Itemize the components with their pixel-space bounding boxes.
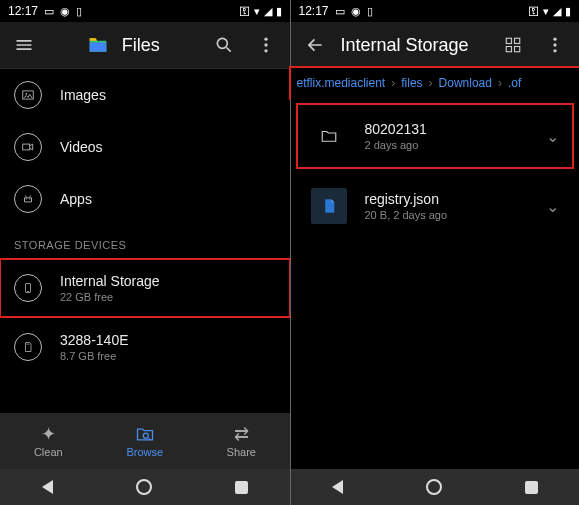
crumb[interactable]: etflix.mediaclient <box>297 76 386 90</box>
svg-point-8 <box>26 198 27 199</box>
status-time: 12:17 <box>299 4 329 18</box>
nav-label: Share <box>227 446 256 458</box>
svg-point-3 <box>264 43 267 46</box>
signal-icon: ◢ <box>553 5 561 18</box>
notif-icon: ▯ <box>76 5 82 18</box>
entry-title: 80202131 <box>365 121 529 137</box>
crumb[interactable]: Download <box>439 76 492 90</box>
crumb[interactable]: files <box>401 76 422 90</box>
svg-rect-17 <box>506 38 511 43</box>
wifi-icon: ▾ <box>543 5 549 18</box>
nav-share[interactable]: ⇄ Share <box>193 413 290 469</box>
svg-point-2 <box>264 38 267 41</box>
android-icon <box>14 185 42 213</box>
overflow-icon[interactable] <box>250 29 282 61</box>
system-nav-bar <box>291 469 580 505</box>
storage-sub: 8.7 GB free <box>60 350 276 362</box>
svg-point-21 <box>553 38 556 41</box>
phone-icon <box>14 274 42 302</box>
recents-icon[interactable] <box>525 481 538 494</box>
svg-rect-19 <box>506 47 511 52</box>
svg-point-6 <box>25 93 27 95</box>
recents-icon[interactable] <box>235 481 248 494</box>
svg-point-0 <box>217 38 227 48</box>
svg-point-23 <box>553 49 556 52</box>
notif-icon: ▯ <box>367 5 373 18</box>
chevron-right-icon: › <box>429 76 433 90</box>
sparkle-icon: ✦ <box>41 424 56 444</box>
back-icon[interactable] <box>42 480 53 494</box>
vpn-icon: ⚿ <box>528 5 539 17</box>
category-label: Videos <box>60 139 103 155</box>
storage-title: Internal Storage <box>60 273 276 289</box>
status-bar: 12:17 ▭ ◉ ▯ ⚿ ▾ ◢ ▮ <box>291 0 580 22</box>
app-bar: Files <box>0 22 290 68</box>
storage-title: 3288-140E <box>60 332 276 348</box>
folder-search-icon <box>134 424 156 444</box>
storage-sub: 22 GB free <box>60 291 276 303</box>
app-title: Internal Storage <box>341 35 469 56</box>
category-videos[interactable]: Videos <box>0 121 290 173</box>
category-images[interactable]: Images <box>0 69 290 121</box>
nav-clean[interactable]: ✦ Clean <box>0 413 97 469</box>
chevron-down-icon[interactable]: ⌄ <box>546 127 559 146</box>
system-nav-bar <box>0 469 290 505</box>
back-arrow-icon[interactable] <box>299 29 331 61</box>
notif-icon: ◉ <box>351 5 361 18</box>
vpn-icon: ⚿ <box>239 5 250 17</box>
category-apps[interactable]: Apps <box>0 173 290 225</box>
storage-internal[interactable]: Internal Storage 22 GB free <box>0 259 290 317</box>
screen-files-home: 12:17 ▭ ◉ ▯ ⚿ ▾ ◢ ▮ Files <box>0 0 290 505</box>
svg-point-15 <box>143 433 148 438</box>
category-label: Apps <box>60 191 92 207</box>
home-icon[interactable] <box>426 479 442 495</box>
back-icon[interactable] <box>332 480 343 494</box>
signal-icon: ◢ <box>264 5 272 18</box>
entry-title: registry.json <box>365 191 529 207</box>
overflow-icon[interactable] <box>539 29 571 61</box>
files-logo-icon <box>88 36 108 54</box>
share-icon: ⇄ <box>234 424 249 444</box>
svg-line-1 <box>226 48 230 52</box>
category-label: Images <box>60 87 106 103</box>
svg-rect-7 <box>23 144 30 150</box>
svg-point-22 <box>553 43 556 46</box>
storage-sdcard[interactable]: 3288-140E 8.7 GB free <box>0 318 290 376</box>
folder-icon <box>311 118 347 154</box>
file-entry-file[interactable]: registry.json 20 B, 2 days ago ⌄ <box>297 174 574 238</box>
nav-label: Browse <box>126 446 163 458</box>
breadcrumb[interactable]: etflix.mediaclient › files › Download › … <box>291 68 580 98</box>
svg-rect-20 <box>515 47 520 52</box>
image-icon <box>14 81 42 109</box>
content-area: 80202131 2 days ago ⌄ registry.json 20 B… <box>291 98 580 469</box>
svg-point-9 <box>29 198 30 199</box>
chevron-right-icon: › <box>391 76 395 90</box>
home-icon[interactable] <box>136 479 152 495</box>
status-bar: 12:17 ▭ ◉ ▯ ⚿ ▾ ◢ ▮ <box>0 0 290 22</box>
chevron-down-icon[interactable]: ⌄ <box>546 197 559 216</box>
crumb[interactable]: .of <box>508 76 521 90</box>
battery-icon: ▮ <box>565 5 571 18</box>
grid-view-icon[interactable] <box>497 29 529 61</box>
bottom-nav: ✦ Clean Browse ⇄ Share <box>0 413 290 469</box>
file-entry-folder[interactable]: 80202131 2 days ago ⌄ <box>297 104 574 168</box>
entry-sub: 20 B, 2 days ago <box>365 209 529 221</box>
app-bar: Internal Storage <box>291 22 580 68</box>
nav-browse[interactable]: Browse <box>97 413 194 469</box>
svg-rect-18 <box>515 38 520 43</box>
menu-icon[interactable] <box>8 29 40 61</box>
nav-label: Clean <box>34 446 63 458</box>
section-header: STORAGE DEVICES <box>0 225 290 259</box>
notif-icon: ▭ <box>335 5 345 18</box>
notif-icon: ▭ <box>44 5 54 18</box>
content-area: Images Videos Apps STORAGE DEVICES Inter… <box>0 69 290 413</box>
file-icon <box>311 188 347 224</box>
status-time: 12:17 <box>8 4 38 18</box>
sdcard-icon <box>14 333 42 361</box>
wifi-icon: ▾ <box>254 5 260 18</box>
screen-internal-storage: 12:17 ▭ ◉ ▯ ⚿ ▾ ◢ ▮ Internal Storage etf… <box>291 0 580 505</box>
entry-sub: 2 days ago <box>365 139 529 151</box>
app-title: Files <box>122 35 160 56</box>
battery-icon: ▮ <box>276 5 282 18</box>
search-icon[interactable] <box>208 29 240 61</box>
